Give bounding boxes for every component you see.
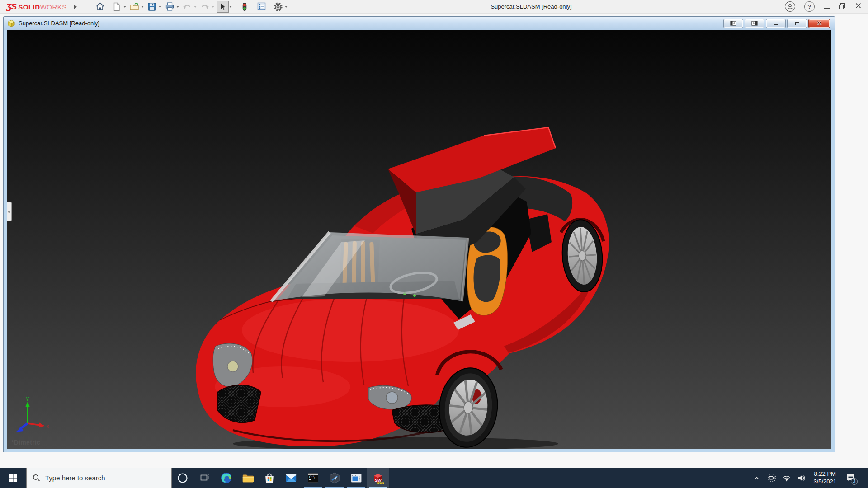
windows-logo-icon — [9, 474, 18, 483]
doc-minimize-icon — [774, 24, 778, 25]
new-document-button[interactable] — [111, 1, 123, 13]
doc-close-icon — [816, 21, 822, 26]
show-right-pane-button[interactable] — [745, 19, 764, 28]
select-button[interactable] — [217, 1, 229, 13]
system-tray: 8:22 PM 3/5/2021 3 — [751, 468, 868, 488]
cmd-prompt-text: C:\_ — [309, 475, 317, 479]
graphics-area[interactable]: Y x *Dimetric — [7, 30, 831, 449]
display-options-icon — [256, 1, 267, 12]
save-button[interactable] — [146, 1, 158, 13]
doc-close-button[interactable] — [808, 19, 830, 28]
featuremanager-splitter-tab[interactable] — [7, 202, 12, 221]
save-icon — [147, 2, 157, 12]
document-titlebar[interactable]: Supercar.SLDASM [Read-only] — [4, 17, 835, 30]
meet-now-button[interactable] — [766, 468, 777, 488]
task-view-button[interactable] — [193, 468, 215, 488]
taskbar-app-mail[interactable] — [280, 468, 302, 488]
window-title: Supercar.SLDASM [Read-only] — [432, 0, 631, 14]
mail-icon — [285, 472, 297, 484]
taskbar-app-edrawings[interactable] — [324, 468, 345, 488]
app-titlebar: ƷS SOLID WORKS — [0, 0, 868, 14]
document-window-controls — [723, 19, 835, 28]
taskbar-app-store[interactable] — [259, 468, 280, 488]
close-button[interactable] — [855, 2, 862, 11]
titlebar-controls: ? — [785, 1, 868, 12]
taskbar-app-solidworks[interactable]: SW 2021 — [367, 468, 389, 488]
left-pane-icon — [730, 21, 736, 26]
redo-button[interactable] — [199, 1, 211, 13]
rebuild-button[interactable] — [239, 1, 251, 13]
solidworks-logo: ƷS SOLID WORKS — [6, 2, 67, 12]
restore-button[interactable] — [839, 3, 846, 10]
account-button[interactable] — [785, 1, 795, 12]
print-button[interactable] — [164, 1, 176, 13]
settings-dropdown[interactable] — [285, 6, 288, 8]
tray-overflow-button[interactable] — [751, 468, 762, 488]
wifi-icon — [783, 474, 791, 482]
undo-button[interactable] — [181, 1, 193, 13]
assembly-icon — [7, 19, 15, 28]
document-title: Supercar.SLDASM [Read-only] — [19, 20, 99, 27]
open-button[interactable] — [128, 1, 141, 13]
meet-now-camera-icon — [768, 474, 776, 482]
home-button[interactable] — [94, 1, 106, 13]
cortana-icon — [177, 473, 188, 483]
rebuild-stoplight-icon — [240, 2, 250, 12]
new-document-dropdown[interactable] — [123, 6, 126, 8]
network-button[interactable] — [781, 468, 792, 488]
minimize-button[interactable] — [824, 4, 830, 10]
taskbar-app-file-explorer[interactable] — [237, 468, 259, 488]
triad-x-label: x — [47, 423, 49, 429]
taskbar-clock[interactable]: 8:22 PM 3/5/2021 — [811, 470, 839, 486]
search-icon — [33, 474, 40, 482]
supercar-3d-model — [7, 30, 831, 449]
hexagon-app-icon — [328, 472, 341, 484]
chevron-up-icon — [753, 474, 760, 482]
gear-icon — [273, 1, 283, 12]
doc-minimize-button[interactable] — [766, 19, 786, 28]
select-dropdown[interactable] — [229, 6, 232, 8]
print-dropdown[interactable] — [176, 6, 179, 8]
help-button[interactable]: ? — [804, 1, 815, 12]
taskbar-app-command-prompt[interactable]: C:\_ — [302, 468, 324, 488]
volume-button[interactable] — [796, 468, 807, 488]
action-center-button[interactable]: 3 — [843, 468, 858, 488]
account-icon — [787, 4, 793, 9]
right-pane-icon — [751, 21, 758, 26]
start-button[interactable] — [0, 468, 26, 488]
task-view-icon — [199, 474, 209, 483]
file-explorer-icon — [241, 472, 254, 484]
taskbar-app-edge[interactable] — [215, 468, 237, 488]
menu-flyout-arrow-icon[interactable] — [74, 5, 77, 9]
close-icon — [855, 2, 862, 9]
print-icon — [165, 1, 175, 12]
command-prompt-icon: C:\_ — [307, 472, 319, 484]
undo-dropdown[interactable] — [194, 6, 197, 8]
open-dropdown[interactable] — [141, 6, 144, 8]
quick-access-toolbar — [94, 1, 290, 13]
redo-dropdown[interactable] — [212, 6, 214, 8]
speaker-icon — [797, 474, 806, 482]
taskbar-search[interactable] — [26, 468, 172, 488]
home-icon — [95, 1, 105, 12]
solidworks-2021-icon: SW 2021 — [372, 472, 384, 484]
search-input[interactable] — [45, 474, 154, 482]
cortana-button[interactable] — [172, 468, 193, 488]
select-cursor-icon — [217, 2, 227, 12]
save-dropdown[interactable] — [159, 6, 161, 8]
view-orientation-label: *Dimetric — [11, 439, 40, 446]
notification-badge: 3 — [851, 478, 858, 485]
display-options-button[interactable] — [255, 1, 268, 13]
new-document-icon — [112, 2, 122, 12]
minimize-icon — [824, 8, 830, 9]
splitter-handle-dot — [8, 211, 10, 213]
undo-icon — [182, 1, 193, 12]
settings-button[interactable] — [272, 1, 284, 13]
doc-restore-button[interactable] — [787, 19, 807, 28]
redo-icon — [199, 1, 210, 12]
edge-icon — [220, 472, 232, 484]
taskbar-app-window-viewer[interactable] — [345, 468, 367, 488]
document-window: Supercar.SLDASM [Read-only] — [4, 17, 835, 452]
show-left-pane-button[interactable] — [723, 19, 743, 28]
orientation-triad[interactable]: Y x — [14, 395, 52, 434]
